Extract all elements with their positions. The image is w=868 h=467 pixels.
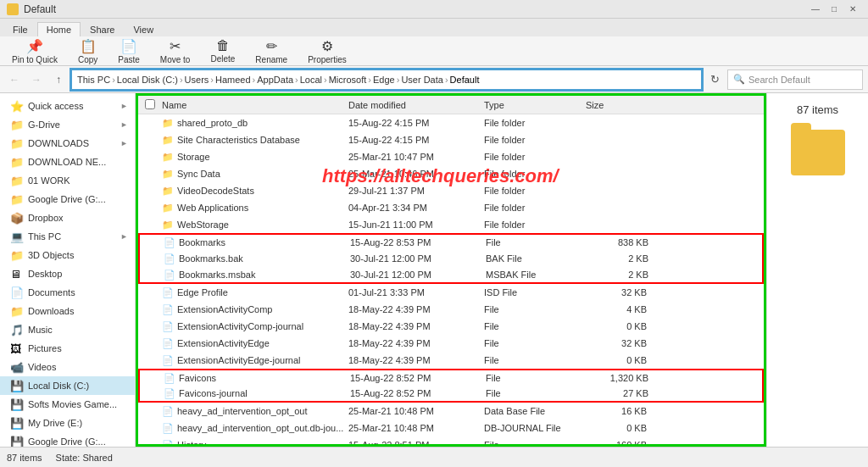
file-name: Bookmarks (179, 237, 225, 247)
file-row[interactable]: 📄 Edge Profile 01-Jul-21 3:33 PM ISD Fil… (138, 284, 764, 301)
file-row[interactable]: 📄 ExtensionActivityComp 18-May-22 4:39 P… (138, 301, 764, 318)
breadcrumb-microsoft[interactable]: Microsoft (329, 75, 367, 85)
close-button[interactable]: ✕ (844, 3, 861, 16)
tab-file[interactable]: File (3, 22, 37, 36)
file-row[interactable]: 📁 Web Applications 04-Apr-21 3:34 PM Fil… (138, 199, 764, 216)
file-row[interactable]: 📄 ExtensionActivityComp-journal 18-May-2… (138, 318, 764, 335)
file-row[interactable]: 📄 heavy_ad_intervention_opt_out.db-jou..… (138, 420, 764, 436)
sidebar-label-12: Music (28, 325, 53, 335)
breadcrumb-localdisk[interactable]: Local Disk (C:) (117, 75, 178, 85)
cell-type: BAK File (482, 253, 584, 264)
file-name: Site Characteristics Database (177, 135, 300, 145)
app-icon (7, 3, 19, 15)
tab-home[interactable]: Home (37, 22, 81, 36)
status-bar: 87 items State: Shared (0, 447, 868, 467)
breadcrumb-edge[interactable]: Edge (373, 75, 395, 85)
file-icon: 📄 (162, 321, 174, 332)
back-button[interactable]: ← (5, 70, 24, 89)
refresh-button[interactable]: ↻ (705, 70, 724, 89)
pin-button[interactable]: 📌 Pin to Quick (7, 36, 63, 66)
move-button[interactable]: ✂ Move to (155, 36, 196, 66)
sidebar-item-8[interactable]: 📁 3D Objects (0, 246, 135, 264)
header-check[interactable] (142, 99, 159, 111)
sidebar-icon-2: 📁 (10, 137, 24, 150)
sidebar-item-11[interactable]: 📁 Downloads (0, 302, 135, 320)
expand-icon-7: ► (120, 232, 128, 241)
cell-size: 32 KB (582, 338, 650, 348)
maximize-button[interactable]: □ (826, 3, 843, 16)
address-bar[interactable]: This PC › Local Disk (C:) › Users › Hame… (71, 69, 702, 90)
tab-share[interactable]: Share (81, 22, 124, 36)
file-row[interactable]: 📁 shared_proto_db 15-Aug-22 4:15 PM File… (138, 114, 764, 131)
file-row[interactable]: 📁 Storage 25-Mar-21 10:47 PM File folder (138, 148, 764, 165)
select-all-checkbox[interactable] (145, 99, 155, 109)
file-row[interactable]: 📄 heavy_ad_intervention_opt_out 25-Mar-2… (138, 403, 764, 420)
properties-button[interactable]: ⚙ Properties (303, 36, 352, 66)
cell-type: File folder (481, 152, 582, 162)
file-row[interactable]: 📄 Favicons-journal 15-Aug-22 8:52 PM Fil… (138, 386, 764, 403)
minimize-button[interactable]: — (807, 3, 824, 16)
sidebar-item-15[interactable]: 💾 Local Disk (C:) (0, 376, 135, 395)
file-row[interactable]: 📄 History 15-Aug-22 8:51 PM File 160 KB (138, 436, 764, 444)
sidebar-icon-16: 💾 (10, 398, 24, 411)
header-type[interactable]: Type (481, 100, 582, 110)
file-row[interactable]: 📄 Bookmarks 15-Aug-22 8:53 PM File 838 K… (138, 233, 764, 250)
file-name: ExtensionActivityComp-journal (177, 321, 303, 331)
up-button[interactable]: ↑ (49, 70, 68, 89)
sidebar-item-14[interactable]: 📹 Videos (0, 358, 135, 376)
cell-size: 27 KB (584, 388, 652, 398)
header-date[interactable]: Date modified (345, 100, 481, 110)
sidebar-item-2[interactable]: 📁 DOWNLOADS ► (0, 134, 135, 153)
sidebar-label-2: DOWNLOADS (28, 138, 89, 148)
sidebar-item-3[interactable]: 📁 DOWNLOAD NE... (0, 153, 135, 171)
breadcrumb-userdata[interactable]: User Data (401, 75, 443, 85)
copy-button[interactable]: 📋 Copy (73, 36, 103, 66)
file-name: Favicons-journal (179, 388, 248, 398)
file-area: Name Date modified Type Size 📁 shared_pr… (136, 93, 766, 447)
file-row[interactable]: 📁 VideoDecodeStats 29-Jul-21 1:37 PM Fil… (138, 182, 764, 199)
sidebar-icon-14: 📹 (10, 361, 24, 374)
file-row[interactable]: 📄 Favicons 15-Aug-22 8:52 PM File 1,320 … (138, 369, 764, 386)
sidebar-item-6[interactable]: 📦 Dropbox (0, 208, 135, 227)
sidebar-item-12[interactable]: 🎵 Music (0, 320, 135, 339)
breadcrumb-hameed[interactable]: Hameed (215, 75, 251, 85)
sidebar-item-0[interactable]: ⭐ Quick access ► (0, 97, 135, 115)
breadcrumb-users[interactable]: Users (185, 75, 209, 85)
file-row[interactable]: 📄 ExtensionActivityEdge-journal 18-May-2… (138, 352, 764, 369)
file-row[interactable]: 📄 Bookmarks.msbak 30-Jul-21 12:00 PM MSB… (138, 267, 764, 284)
breadcrumb-local[interactable]: Local (300, 75, 322, 85)
cell-date: 25-Mar-21 10:48 PM (345, 423, 481, 433)
ribbon: File Home Share View 📌 Pin to Quick 📋 Co… (0, 19, 868, 66)
sidebar-item-17[interactable]: 💾 My Drive (E:) (0, 414, 135, 432)
sidebar-item-10[interactable]: 📄 Documents (0, 283, 135, 302)
file-row[interactable]: 📁 WebStorage 15-Jun-21 11:00 PM File fol… (138, 216, 764, 233)
file-row[interactable]: 📁 Sync Data 25-Mar-21 10:46 PM File fold… (138, 165, 764, 182)
search-box[interactable]: 🔍 Search Default (727, 69, 863, 90)
sidebar-item-7[interactable]: 💻 This PC ► (0, 227, 135, 246)
file-row[interactable]: 📄 ExtensionActivityEdge 18-May-22 4:39 P… (138, 335, 764, 352)
breadcrumb-default[interactable]: Default (450, 75, 480, 85)
header-size[interactable]: Size (582, 100, 650, 110)
file-row[interactable]: 📁 Site Characteristics Database 15-Aug-2… (138, 131, 764, 148)
right-panel: 87 items (766, 93, 868, 447)
sidebar-item-5[interactable]: 📁 Google Drive (G:... (0, 190, 135, 208)
cell-size: 2 KB (584, 253, 652, 264)
paste-button[interactable]: 📄 Paste (113, 36, 145, 66)
sidebar-item-16[interactable]: 💾 Softs Movies Game... (0, 395, 135, 414)
breadcrumb-thispc[interactable]: This PC (77, 75, 110, 85)
sidebar-item-9[interactable]: 🖥 Desktop (0, 264, 135, 283)
sidebar-item-18[interactable]: 💾 Google Drive (G:... (0, 432, 135, 447)
file-row[interactable]: 📄 Bookmarks.bak 30-Jul-21 12:00 PM BAK F… (138, 250, 764, 267)
cell-type: File (481, 355, 582, 365)
header-name[interactable]: Name (159, 100, 345, 110)
sidebar-item-1[interactable]: 📁 G-Drive ► (0, 115, 135, 134)
sidebar-item-4[interactable]: 📁 01 WORK (0, 171, 135, 190)
breadcrumb-appdata[interactable]: AppData (257, 75, 293, 85)
rename-button[interactable]: ✏ Rename (250, 36, 292, 66)
tab-view[interactable]: View (124, 22, 163, 36)
status-item-count: 87 items (7, 453, 42, 463)
sidebar-label-6: Dropbox (28, 213, 64, 223)
forward-button[interactable]: → (27, 70, 46, 89)
sidebar-item-13[interactable]: 🖼 Pictures (0, 339, 135, 358)
delete-button[interactable]: 🗑 Delete (205, 36, 240, 65)
